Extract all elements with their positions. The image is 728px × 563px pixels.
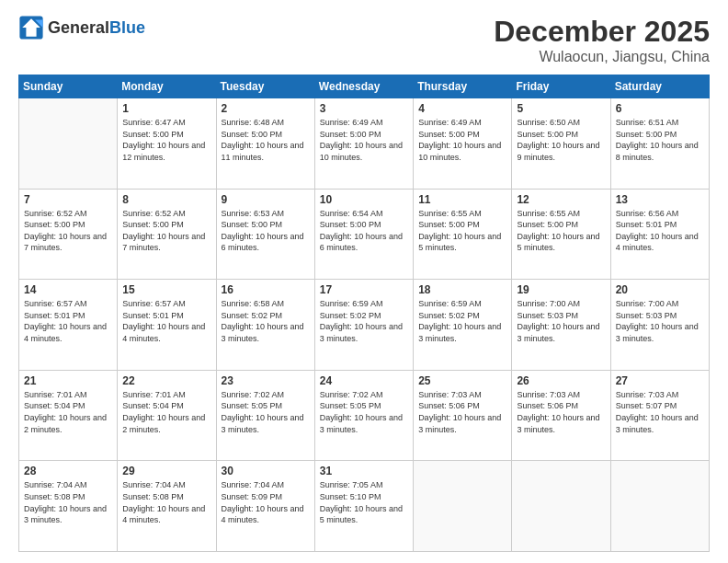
day-number: 5 bbox=[517, 102, 605, 115]
month-title: December 2025 bbox=[494, 15, 710, 49]
cell-info: Sunrise: 7:05 AMSunset: 5:10 PMDaylight:… bbox=[320, 480, 403, 524]
table-row: 20Sunrise: 7:00 AMSunset: 5:03 PMDayligh… bbox=[610, 280, 709, 371]
table-row: 22Sunrise: 7:01 AMSunset: 5:04 PMDayligh… bbox=[118, 370, 216, 461]
table-row bbox=[19, 98, 118, 190]
day-number: 28 bbox=[24, 465, 112, 477]
table-row: 30Sunrise: 7:04 AMSunset: 5:09 PMDayligh… bbox=[216, 461, 314, 552]
table-row: 18Sunrise: 6:59 AMSunset: 5:02 PMDayligh… bbox=[414, 280, 512, 371]
cell-info: Sunrise: 7:01 AMSunset: 5:04 PMDaylight:… bbox=[24, 390, 107, 434]
table-row bbox=[610, 461, 709, 552]
table-row: 9Sunrise: 6:53 AMSunset: 5:00 PMDaylight… bbox=[216, 189, 314, 280]
table-row: 19Sunrise: 7:00 AMSunset: 5:03 PMDayligh… bbox=[512, 280, 610, 371]
logo: GeneralBlue bbox=[18, 15, 145, 40]
cell-info: Sunrise: 6:59 AMSunset: 5:02 PMDaylight:… bbox=[320, 299, 403, 343]
day-number: 3 bbox=[320, 102, 408, 115]
cell-info: Sunrise: 7:02 AMSunset: 5:05 PMDaylight:… bbox=[222, 390, 304, 434]
day-number: 23 bbox=[222, 374, 310, 387]
day-number: 21 bbox=[24, 374, 112, 387]
table-row: 11Sunrise: 6:55 AMSunset: 5:00 PMDayligh… bbox=[414, 189, 512, 280]
table-row: 26Sunrise: 7:03 AMSunset: 5:06 PMDayligh… bbox=[512, 370, 610, 461]
table-row: 2Sunrise: 6:48 AMSunset: 5:00 PMDaylight… bbox=[216, 98, 314, 190]
day-number: 17 bbox=[320, 283, 408, 296]
cell-info: Sunrise: 6:49 AMSunset: 5:00 PMDaylight:… bbox=[418, 118, 501, 162]
col-thursday: Thursday bbox=[414, 75, 512, 98]
table-row: 28Sunrise: 7:04 AMSunset: 5:08 PMDayligh… bbox=[19, 461, 118, 552]
day-number: 16 bbox=[222, 283, 310, 296]
cell-info: Sunrise: 6:47 AMSunset: 5:00 PMDaylight:… bbox=[122, 118, 205, 162]
cell-info: Sunrise: 6:50 AMSunset: 5:00 PMDaylight:… bbox=[517, 118, 599, 162]
table-row: 25Sunrise: 7:03 AMSunset: 5:06 PMDayligh… bbox=[414, 370, 512, 461]
week-row-4: 21Sunrise: 7:01 AMSunset: 5:04 PMDayligh… bbox=[19, 370, 710, 461]
col-sunday: Sunday bbox=[19, 75, 118, 98]
day-number: 8 bbox=[122, 193, 210, 206]
table-row: 1Sunrise: 6:47 AMSunset: 5:00 PMDaylight… bbox=[118, 98, 216, 190]
cell-info: Sunrise: 6:59 AMSunset: 5:02 PMDaylight:… bbox=[418, 299, 501, 343]
cell-info: Sunrise: 7:04 AMSunset: 5:08 PMDaylight:… bbox=[24, 480, 107, 524]
day-number: 31 bbox=[320, 465, 408, 477]
table-row bbox=[512, 461, 610, 552]
col-friday: Friday bbox=[512, 75, 610, 98]
table-row: 24Sunrise: 7:02 AMSunset: 5:05 PMDayligh… bbox=[314, 370, 413, 461]
header: GeneralBlue December 2025 Wulaocun, Jian… bbox=[18, 15, 710, 65]
cell-info: Sunrise: 7:00 AMSunset: 5:03 PMDaylight:… bbox=[517, 299, 599, 343]
table-row: 10Sunrise: 6:54 AMSunset: 5:00 PMDayligh… bbox=[314, 189, 413, 280]
day-number: 27 bbox=[616, 374, 704, 387]
location: Wulaocun, Jiangsu, China bbox=[494, 49, 710, 65]
logo-icon bbox=[18, 15, 44, 40]
day-number: 12 bbox=[517, 193, 605, 206]
table-row: 4Sunrise: 6:49 AMSunset: 5:00 PMDaylight… bbox=[414, 98, 512, 190]
table-row: 3Sunrise: 6:49 AMSunset: 5:00 PMDaylight… bbox=[314, 98, 413, 190]
week-row-1: 1Sunrise: 6:47 AMSunset: 5:00 PMDaylight… bbox=[19, 98, 710, 190]
cell-info: Sunrise: 6:57 AMSunset: 5:01 PMDaylight:… bbox=[122, 299, 205, 343]
table-row: 23Sunrise: 7:02 AMSunset: 5:05 PMDayligh… bbox=[216, 370, 314, 461]
table-row: 8Sunrise: 6:52 AMSunset: 5:00 PMDaylight… bbox=[118, 189, 216, 280]
table-row: 17Sunrise: 6:59 AMSunset: 5:02 PMDayligh… bbox=[314, 280, 413, 371]
title-block: December 2025 Wulaocun, Jiangsu, China bbox=[494, 15, 710, 65]
day-number: 30 bbox=[222, 465, 310, 477]
table-row: 14Sunrise: 6:57 AMSunset: 5:01 PMDayligh… bbox=[19, 280, 118, 371]
week-row-2: 7Sunrise: 6:52 AMSunset: 5:00 PMDaylight… bbox=[19, 189, 710, 280]
day-number: 24 bbox=[320, 374, 408, 387]
cell-info: Sunrise: 7:03 AMSunset: 5:07 PMDaylight:… bbox=[616, 390, 699, 434]
day-number: 20 bbox=[616, 283, 704, 296]
table-row: 6Sunrise: 6:51 AMSunset: 5:00 PMDaylight… bbox=[610, 98, 709, 190]
day-number: 19 bbox=[517, 283, 605, 296]
cell-info: Sunrise: 7:02 AMSunset: 5:05 PMDaylight:… bbox=[320, 390, 403, 434]
cell-info: Sunrise: 6:58 AMSunset: 5:02 PMDaylight:… bbox=[222, 299, 304, 343]
day-number: 13 bbox=[616, 193, 704, 206]
day-number: 11 bbox=[418, 193, 506, 206]
cell-info: Sunrise: 7:04 AMSunset: 5:09 PMDaylight:… bbox=[222, 480, 304, 524]
day-number: 22 bbox=[122, 374, 210, 387]
week-row-3: 14Sunrise: 6:57 AMSunset: 5:01 PMDayligh… bbox=[19, 280, 710, 371]
table-row: 15Sunrise: 6:57 AMSunset: 5:01 PMDayligh… bbox=[118, 280, 216, 371]
cell-info: Sunrise: 7:03 AMSunset: 5:06 PMDaylight:… bbox=[418, 390, 501, 434]
calendar-header-row: Sunday Monday Tuesday Wednesday Thursday… bbox=[19, 75, 710, 98]
cell-info: Sunrise: 6:55 AMSunset: 5:00 PMDaylight:… bbox=[418, 209, 501, 253]
day-number: 14 bbox=[24, 283, 112, 296]
table-row: 31Sunrise: 7:05 AMSunset: 5:10 PMDayligh… bbox=[314, 461, 413, 552]
cell-info: Sunrise: 6:48 AMSunset: 5:00 PMDaylight:… bbox=[222, 118, 304, 162]
cell-info: Sunrise: 6:51 AMSunset: 5:00 PMDaylight:… bbox=[616, 118, 699, 162]
logo-general: General bbox=[48, 18, 109, 37]
logo-text: GeneralBlue bbox=[48, 18, 145, 38]
col-saturday: Saturday bbox=[610, 75, 709, 98]
cell-info: Sunrise: 6:52 AMSunset: 5:00 PMDaylight:… bbox=[122, 209, 205, 253]
logo-blue: Blue bbox=[109, 18, 145, 37]
table-row: 27Sunrise: 7:03 AMSunset: 5:07 PMDayligh… bbox=[610, 370, 709, 461]
day-number: 4 bbox=[418, 102, 506, 115]
day-number: 29 bbox=[122, 465, 210, 477]
cell-info: Sunrise: 7:04 AMSunset: 5:08 PMDaylight:… bbox=[122, 480, 205, 524]
table-row: 21Sunrise: 7:01 AMSunset: 5:04 PMDayligh… bbox=[19, 370, 118, 461]
day-number: 6 bbox=[616, 102, 704, 115]
table-row: 16Sunrise: 6:58 AMSunset: 5:02 PMDayligh… bbox=[216, 280, 314, 371]
calendar-table: Sunday Monday Tuesday Wednesday Thursday… bbox=[18, 75, 710, 552]
day-number: 26 bbox=[517, 374, 605, 387]
cell-info: Sunrise: 6:56 AMSunset: 5:01 PMDaylight:… bbox=[616, 209, 699, 253]
day-number: 25 bbox=[418, 374, 506, 387]
day-number: 10 bbox=[320, 193, 408, 206]
day-number: 15 bbox=[122, 283, 210, 296]
table-row: 13Sunrise: 6:56 AMSunset: 5:01 PMDayligh… bbox=[610, 189, 709, 280]
week-row-5: 28Sunrise: 7:04 AMSunset: 5:08 PMDayligh… bbox=[19, 461, 710, 552]
col-monday: Monday bbox=[118, 75, 216, 98]
col-wednesday: Wednesday bbox=[314, 75, 413, 98]
